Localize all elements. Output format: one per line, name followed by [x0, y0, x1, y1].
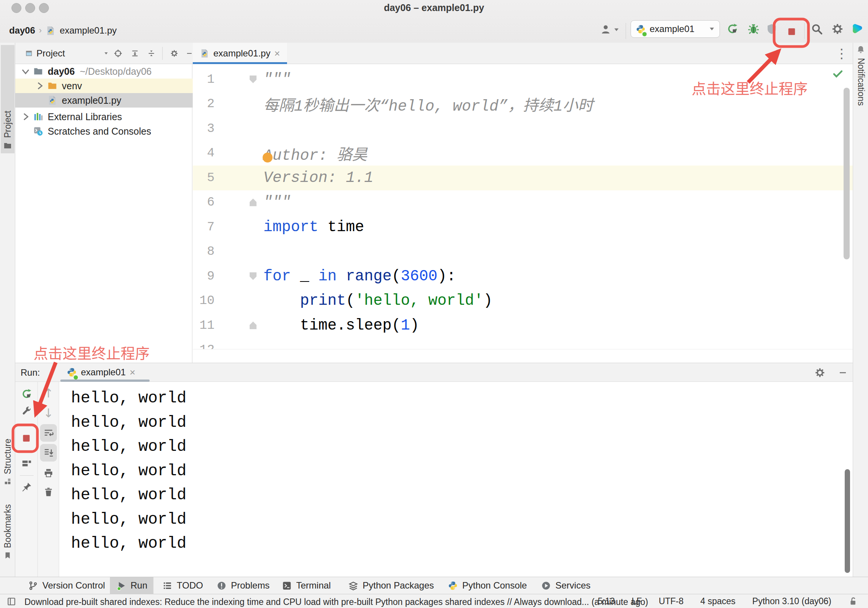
tool-window-bar: Version ControlRunTODOProblemsTerminalPy…	[0, 577, 868, 594]
print-icon[interactable]	[43, 468, 54, 478]
close-run-tab-icon[interactable]: ×	[129, 367, 135, 377]
fold-marker-icon[interactable]	[250, 322, 257, 329]
code-text: """	[263, 71, 291, 88]
notifications-stripe-label: Notifications	[856, 58, 866, 106]
debug-button[interactable]	[747, 23, 760, 35]
toolwindow-button-label: Run	[131, 580, 147, 591]
tree-item-venv[interactable]: venv	[15, 79, 193, 93]
project-panel-title[interactable]: Project	[37, 48, 65, 59]
pin-tab-icon[interactable]	[21, 481, 32, 493]
sidebar-item-notifications[interactable]: Notifications	[853, 45, 868, 106]
rerun-run-icon[interactable]	[21, 388, 32, 400]
sidebar-item-bookmarks[interactable]: Bookmarks	[1, 504, 15, 560]
search-everywhere-icon[interactable]	[811, 23, 823, 35]
settings-gear-icon[interactable]	[831, 23, 844, 35]
chevron-right-icon[interactable]	[35, 81, 45, 91]
status-widget[interactable]: 5:13	[598, 596, 615, 606]
code-line-7: 7import time	[193, 215, 853, 240]
toolwindow-button-run[interactable]: Run	[110, 577, 153, 594]
toolwindow-button-todo[interactable]: TODO	[156, 577, 209, 594]
intention-bulb-icon[interactable]	[263, 153, 273, 162]
code-editor[interactable]: 1"""2每隔1秒输出一次“hello, world”，持续1小时34Autho…	[193, 64, 853, 352]
editor-more-options-icon[interactable]: ⋮	[838, 47, 845, 60]
sidebar-item-structure[interactable]: Structure	[1, 439, 15, 486]
run-console[interactable]: hello, worldhello, worldhello, worldhell…	[59, 382, 853, 577]
run-with-coverage-button[interactable]	[766, 23, 778, 35]
tree-item-example01-py[interactable]: example01.py	[15, 93, 193, 108]
space-logo-icon[interactable]	[850, 22, 863, 35]
wrench-icon[interactable]	[21, 405, 32, 417]
hide-run-panel-icon[interactable]	[838, 368, 847, 377]
chevron-right-icon[interactable]	[21, 112, 31, 122]
line-number: 5	[193, 171, 215, 185]
gutter-fold-area	[215, 92, 263, 117]
running-indicator-dot	[642, 31, 647, 37]
toolwindow-button-problems[interactable]: Problems	[210, 577, 276, 594]
breadcrumb-project[interactable]: day06	[9, 25, 35, 36]
hide-panel-icon[interactable]	[186, 49, 193, 58]
line-number: 1	[193, 72, 215, 87]
tree-item-label: External Libraries	[48, 111, 122, 122]
line-number: 10	[193, 294, 215, 308]
tab-label: example01.py	[213, 48, 270, 59]
code-text: for _ in range(3600):	[263, 268, 456, 285]
clear-console-icon[interactable]	[43, 487, 54, 497]
status-widget[interactable]: 4 spaces	[700, 596, 736, 606]
stop-process-button[interactable]	[21, 433, 31, 443]
lock-icon[interactable]	[848, 596, 858, 606]
run-tab-example01[interactable]: example01 ×	[60, 363, 142, 381]
run-panel-title: Run:	[21, 367, 40, 378]
editor-scrollbar[interactable]	[844, 88, 850, 259]
sidebar-item-project[interactable]: Project	[1, 45, 15, 153]
select-opened-file-icon[interactable]	[114, 48, 123, 59]
user-account-icon[interactable]	[600, 24, 612, 35]
run-configuration-select[interactable]: example01	[631, 20, 720, 38]
project-options-gear-icon[interactable]	[170, 48, 178, 59]
tab-example01-py[interactable]: example01.py ×	[193, 43, 287, 64]
toolwindow-button-version-control[interactable]: Version Control	[22, 577, 111, 594]
rerun-button[interactable]	[726, 23, 739, 35]
gutter-fold-area	[215, 240, 263, 264]
fold-marker-icon[interactable]	[250, 76, 257, 83]
run-options-gear-icon[interactable]	[815, 367, 825, 378]
expand-all-icon[interactable]	[131, 48, 139, 59]
annotation-stop-bottom: 点击这里终止程序	[34, 342, 150, 363]
editor-horizontal-scroll-area[interactable]	[193, 349, 853, 363]
tree-item-day06[interactable]: day06~/Desktop/day06	[15, 64, 193, 79]
toolwindow-button-services[interactable]: Services	[535, 577, 597, 594]
restore-layout-icon[interactable]	[21, 458, 32, 469]
soft-wrap-icon	[43, 428, 54, 438]
up-stack-trace-icon[interactable]: ↑	[43, 388, 54, 399]
toolwindow-button-terminal[interactable]: Terminal	[276, 577, 337, 594]
console-scrollbar[interactable]	[845, 469, 850, 573]
folder-orange-icon	[47, 80, 58, 91]
toolbar-separator	[804, 23, 805, 39]
status-widget[interactable]: LF	[632, 596, 642, 606]
shared-indexes-icon[interactable]	[6, 596, 17, 607]
branch-icon	[28, 581, 38, 591]
breadcrumb-file[interactable]: example01.py	[60, 25, 116, 36]
status-widget[interactable]: UTF-8	[659, 596, 684, 606]
python-icon	[448, 581, 458, 591]
status-widget[interactable]: Python 3.10 (day06)	[752, 596, 831, 606]
fold-marker-icon[interactable]	[250, 272, 257, 280]
project-view-icon	[25, 48, 33, 58]
console-output: hello, worldhello, worldhello, worldhell…	[59, 382, 853, 556]
scroll-to-end-icon	[43, 447, 54, 458]
chevron-down-icon[interactable]	[104, 51, 108, 56]
code-text: 每隔1秒输出一次“hello, world”，持续1小时	[263, 93, 593, 115]
down-stack-trace-icon[interactable]: ↓	[43, 407, 54, 419]
line-number: 4	[193, 146, 215, 160]
chevron-down-icon[interactable]	[21, 66, 31, 76]
tree-item-scratches-and-consoles[interactable]: Scratches and Consoles	[15, 124, 193, 138]
close-tab-icon[interactable]: ×	[274, 48, 280, 58]
tree-item-external-libraries[interactable]: External Libraries	[15, 109, 193, 124]
toolwindow-button-python-console[interactable]: Python Console	[442, 577, 533, 594]
console-line: hello, world	[71, 386, 853, 411]
fold-marker-icon[interactable]	[250, 199, 257, 206]
toolwindow-button-python-packages[interactable]: Python Packages	[342, 577, 440, 594]
collapse-all-icon[interactable]	[147, 48, 155, 59]
stop-button[interactable]	[787, 27, 797, 37]
status-message[interactable]: Download pre-built shared indexes: Reduc…	[24, 597, 648, 607]
chevron-down-icon[interactable]	[613, 27, 620, 32]
